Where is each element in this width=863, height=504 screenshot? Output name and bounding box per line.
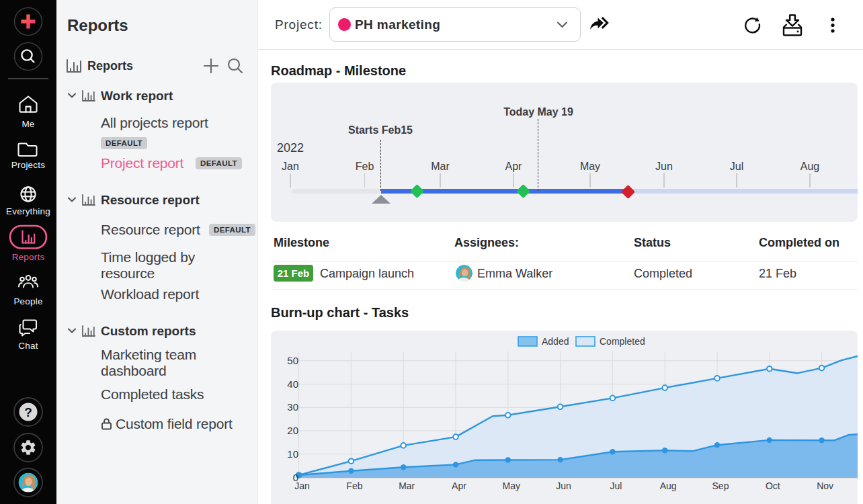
svg-text:Jan: Jan bbox=[294, 480, 310, 491]
svg-text:Mar: Mar bbox=[399, 480, 415, 491]
svg-text:10: 10 bbox=[287, 448, 298, 460]
svg-text:Completed: Completed bbox=[600, 336, 645, 347]
svg-text:30: 30 bbox=[287, 401, 298, 413]
svg-text:Oct: Oct bbox=[766, 480, 780, 491]
svg-text:Aug: Aug bbox=[660, 480, 677, 491]
svg-text:40: 40 bbox=[287, 378, 298, 390]
svg-text:Apr: Apr bbox=[452, 480, 466, 491]
svg-text:Nov: Nov bbox=[817, 480, 833, 491]
svg-text:May: May bbox=[503, 480, 520, 491]
svg-text:Sep: Sep bbox=[712, 480, 729, 491]
svg-text:20: 20 bbox=[287, 425, 298, 436]
svg-text:Feb: Feb bbox=[346, 480, 362, 491]
svg-text:Jun: Jun bbox=[556, 480, 571, 491]
svg-text:?: ? bbox=[24, 405, 32, 419]
svg-text:Added: Added bbox=[542, 336, 569, 347]
svg-text:Jul: Jul bbox=[610, 480, 622, 491]
svg-text:50: 50 bbox=[287, 355, 298, 366]
